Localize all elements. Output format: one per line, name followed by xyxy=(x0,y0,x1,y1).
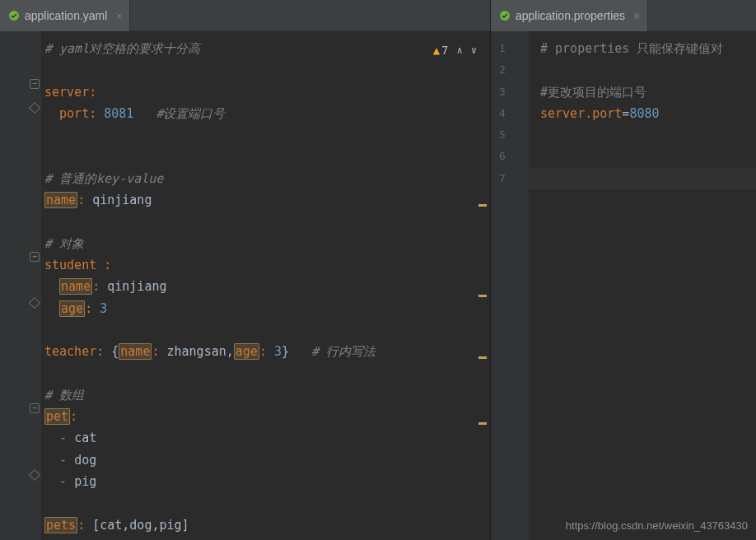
fold-icon[interactable] xyxy=(30,403,40,413)
gutter-right: 1 2 3 4 5 6 7 xyxy=(491,31,514,540)
fold-end-icon xyxy=(29,297,40,309)
code-content-left[interactable]: ▲7 ∧ ∨ # yaml对空格的要求十分高 server: port: 808… xyxy=(41,31,490,540)
next-highlight-button[interactable]: ∨ xyxy=(471,40,477,61)
svg-point-1 xyxy=(500,11,510,21)
code-content-right[interactable]: # properties 只能保存键值对 #更改项目的端口号 server.po… xyxy=(529,31,756,540)
tab-name: application.yaml xyxy=(25,9,107,22)
gutter-left xyxy=(2,31,28,540)
close-icon[interactable]: × xyxy=(115,9,122,22)
minimap-stripe[interactable] xyxy=(477,31,488,540)
left-pane: application.yaml × ▲7 ∧ ∨ # yaml对空格的要求十分… xyxy=(0,0,491,540)
svg-point-0 xyxy=(9,11,19,21)
editor-right[interactable]: 1 2 3 4 5 6 7 # properties 只能保存键值对 #更改项目… xyxy=(491,31,756,540)
prev-highlight-button[interactable]: ∧ xyxy=(457,40,463,61)
fold-icon[interactable] xyxy=(30,79,40,89)
tab-application-properties[interactable]: application.properties × xyxy=(491,0,648,31)
close-icon[interactable]: × xyxy=(633,9,640,22)
tab-bar-right: application.properties × xyxy=(491,0,756,31)
tab-application-yaml[interactable]: application.yaml × xyxy=(0,0,130,31)
fold-icon[interactable] xyxy=(30,252,40,262)
spring-icon xyxy=(8,10,20,21)
tab-name: application.properties xyxy=(516,9,625,22)
warning-icon: ▲ xyxy=(433,40,440,61)
spring-icon xyxy=(499,10,511,21)
tab-bar-left: application.yaml × xyxy=(0,0,490,31)
watermark-text: https://blog.csdn.net/weixin_43763430 xyxy=(566,519,748,532)
editor-left[interactable]: ▲7 ∧ ∨ # yaml对空格的要求十分高 server: port: 808… xyxy=(0,31,490,540)
fold-end-icon xyxy=(29,102,40,114)
fold-end-icon xyxy=(29,469,40,481)
right-pane: application.properties × 1 2 3 4 5 6 7 #… xyxy=(491,0,756,540)
warning-count[interactable]: ▲7 xyxy=(433,40,449,61)
inspection-bar: ▲7 ∧ ∨ xyxy=(430,38,480,63)
fold-gutter xyxy=(28,31,41,540)
